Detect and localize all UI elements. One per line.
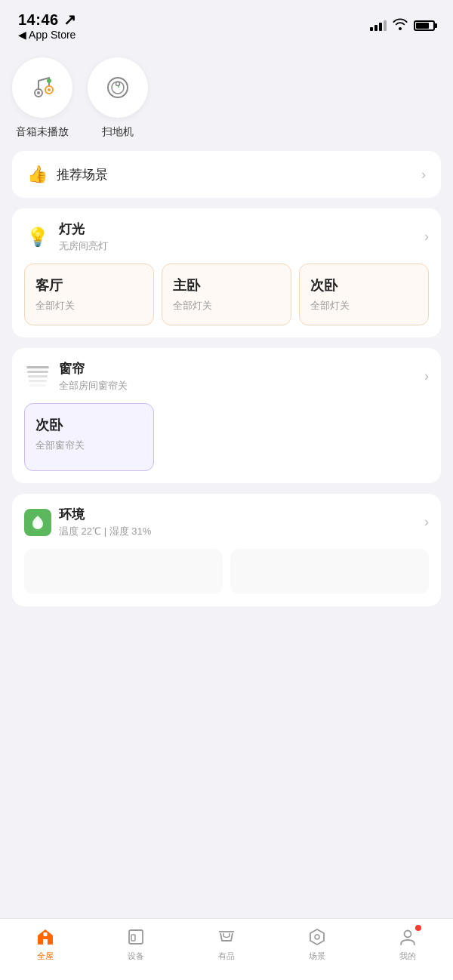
light-subtitle: 无房间亮灯: [59, 239, 108, 253]
status-bar: 14:46 ↗ ◀ App Store: [0, 0, 453, 45]
svg-point-8: [118, 86, 119, 88]
svg-point-3: [48, 88, 51, 91]
svg-point-5: [108, 78, 128, 97]
light-section-header[interactable]: 💡 灯光 无房间亮灯 ›: [24, 220, 429, 253]
scenes-icon: [307, 926, 328, 948]
nav-label-mine: 我的: [399, 951, 416, 962]
room-name-livingroom: 客厅: [35, 276, 143, 294]
curtain-icon: [24, 363, 51, 390]
svg-point-7: [116, 82, 120, 86]
main-content: 音箱未播放 扫地机 👍 推荐场景 › 💡: [0, 45, 453, 685]
room-status-master: 全部灯关: [173, 299, 280, 313]
nav-label-devices: 设备: [128, 951, 144, 962]
light-room-grid: 客厅 全部灯关 主卧 全部灯关 次卧 全部灯关: [24, 263, 429, 325]
mine-icon: [397, 926, 418, 948]
svg-point-1: [37, 91, 40, 94]
env-card-2[interactable]: [230, 549, 429, 594]
device-item-speaker[interactable]: 音箱未播放: [12, 57, 72, 139]
env-icon: [24, 509, 51, 536]
status-time: 14:46 ↗: [18, 11, 76, 29]
curtain-rooms: 次卧 全部窗帘关: [24, 403, 429, 471]
curtain-title: 窗帘: [59, 360, 128, 378]
curtain-title-group: 窗帘 全部房间窗帘关: [59, 360, 128, 393]
nav-item-shop[interactable]: 有品: [204, 926, 249, 962]
home-icon: [35, 926, 56, 948]
light-room-livingroom[interactable]: 客厅 全部灯关: [24, 263, 154, 325]
env-title: 环境: [59, 506, 151, 523]
recommend-chevron: ›: [421, 167, 426, 183]
room-status-livingroom: 全部灯关: [35, 299, 143, 313]
curtain-section: 窗帘 全部房间窗帘关 › 次卧 全部窗帘关: [12, 348, 441, 483]
env-bottom-cards: [24, 549, 429, 594]
recommend-label: 推荐场景: [57, 166, 108, 183]
recommend-left: 👍 推荐场景: [27, 165, 108, 184]
speaker-label: 音箱未播放: [16, 125, 69, 139]
light-header-left: 💡 灯光 无房间亮灯: [24, 220, 108, 253]
light-title: 灯光: [59, 220, 108, 238]
svg-marker-12: [310, 929, 324, 945]
curtain-subtitle: 全部房间窗帘关: [59, 379, 128, 393]
recommend-icon: 👍: [27, 165, 48, 184]
curtain-header-left: 窗帘 全部房间窗帘关: [24, 360, 128, 393]
svg-point-14: [405, 931, 411, 938]
curtain-room-secondary[interactable]: 次卧 全部窗帘关: [24, 403, 154, 471]
nav-item-devices[interactable]: 设备: [113, 926, 159, 962]
nav-label-scenes: 场景: [309, 951, 325, 962]
back-button[interactable]: ◀ App Store: [18, 29, 76, 41]
light-room-master[interactable]: 主卧 全部灯关: [162, 263, 291, 325]
env-subtitle: 温度 22℃ | 湿度 31%: [59, 525, 151, 538]
curtain-section-header[interactable]: 窗帘 全部房间窗帘关 ›: [24, 360, 429, 393]
svg-rect-11: [131, 935, 135, 941]
wifi-icon: [393, 18, 408, 34]
curtain-room-status: 全部窗帘关: [35, 439, 143, 452]
env-card-1[interactable]: [24, 549, 223, 594]
vacuum-label: 扫地机: [102, 125, 134, 139]
light-chevron: ›: [424, 229, 429, 245]
curtain-room-name: 次卧: [35, 416, 143, 434]
svg-point-6: [112, 82, 124, 94]
device-item-vacuum[interactable]: 扫地机: [88, 57, 148, 139]
light-section: 💡 灯光 无房间亮灯 › 客厅 全部灯关 主卧 全部灯关 次卧 全部灯关: [12, 208, 441, 337]
nav-item-scenes[interactable]: 场景: [294, 926, 340, 962]
recommend-scene-banner[interactable]: 👍 推荐场景 ›: [12, 151, 441, 198]
status-right: [370, 18, 435, 34]
svg-point-13: [315, 935, 319, 939]
env-chevron: ›: [424, 514, 429, 530]
speaker-icon-circle: [12, 57, 72, 118]
room-name-master: 主卧: [173, 276, 280, 294]
vacuum-icon-circle: [88, 57, 148, 118]
nav-item-mine[interactable]: 我的: [385, 926, 430, 962]
mine-badge: [415, 925, 421, 931]
room-name-secondary: 次卧: [310, 276, 418, 294]
svg-rect-9: [44, 932, 48, 936]
curtain-chevron: ›: [424, 368, 429, 384]
battery-icon: [414, 20, 435, 31]
light-room-secondary[interactable]: 次卧 全部灯关: [299, 263, 429, 325]
devices-icon: [125, 926, 146, 948]
shop-icon: [216, 926, 237, 948]
env-section-header[interactable]: 环境 温度 22℃ | 湿度 31% ›: [24, 506, 429, 538]
svg-point-4: [47, 79, 51, 83]
light-title-group: 灯光 无房间亮灯: [59, 220, 108, 253]
nav-item-home[interactable]: 全屋: [23, 926, 68, 962]
light-icon: 💡: [24, 223, 51, 251]
nav-label-home: 全屋: [37, 951, 54, 962]
device-row: 音箱未播放 扫地机: [12, 45, 441, 151]
nav-label-shop: 有品: [218, 951, 235, 962]
bottom-nav: 全屋 设备 有品 场景: [0, 918, 453, 980]
env-title-group: 环境 温度 22℃ | 湿度 31%: [59, 506, 151, 538]
status-left: 14:46 ↗ ◀ App Store: [18, 11, 76, 41]
env-header-left: 环境 温度 22℃ | 湿度 31%: [24, 506, 151, 538]
env-section: 环境 温度 22℃ | 湿度 31% ›: [12, 494, 441, 606]
signal-icon: [370, 20, 387, 31]
room-status-secondary: 全部灯关: [310, 299, 418, 313]
